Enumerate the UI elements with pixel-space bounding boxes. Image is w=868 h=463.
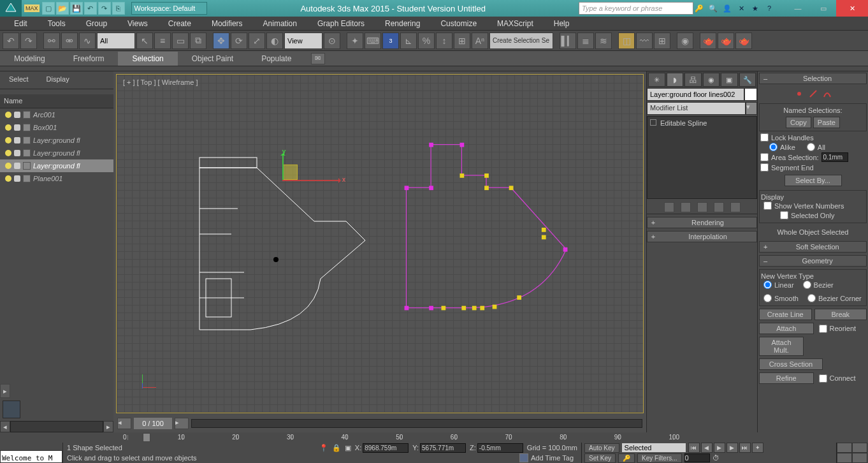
- segment-end-checkbox[interactable]: Segment End: [758, 163, 868, 172]
- y-coord-input[interactable]: [420, 443, 466, 453]
- lock-handles-checkbox[interactable]: Lock Handles: [758, 133, 868, 142]
- material-editor-btn[interactable]: ◉: [677, 33, 693, 49]
- orbit-icon[interactable]: [852, 443, 867, 453]
- signin-icon[interactable]: 👤: [721, 3, 733, 14]
- redo-icon[interactable]: ↷: [98, 2, 111, 15]
- left-tab-display[interactable]: Display: [38, 71, 78, 89]
- pin-stack-icon[interactable]: [664, 202, 674, 212]
- rollout-rendering[interactable]: +Rendering: [647, 217, 757, 228]
- menu-group[interactable]: Group: [76, 17, 117, 30]
- viewport-label[interactable]: [ + ] [ Top ] [ Wireframe ]: [123, 78, 198, 86]
- stack-item-label[interactable]: Editable Spline: [660, 119, 707, 127]
- placement-btn[interactable]: ◐: [266, 33, 283, 49]
- select-by-button[interactable]: Select By...: [785, 175, 842, 186]
- help-icon[interactable]: ?: [763, 3, 775, 14]
- favorite-icon[interactable]: ★: [749, 3, 761, 14]
- keyboard-shortcut-btn[interactable]: ⌨: [365, 33, 381, 49]
- tab-freeform[interactable]: Freeform: [59, 52, 119, 66]
- manipulate-btn[interactable]: ✦: [347, 33, 363, 49]
- attach-button[interactable]: Attach: [759, 323, 814, 334]
- spline-subobj-icon[interactable]: [823, 89, 832, 98]
- prev-frame-icon[interactable]: ◀: [701, 443, 712, 453]
- maxscript-listener[interactable]: Welcome to M: [0, 450, 62, 463]
- workspace-dropdown[interactable]: Workspace: Default: [131, 2, 208, 15]
- rollout-soft-selection[interactable]: +Soft Selection: [759, 241, 867, 253]
- menu-edit[interactable]: Edit: [4, 17, 38, 30]
- freeze-icon[interactable]: [14, 175, 20, 182]
- render-frame-btn[interactable]: 🫖: [718, 33, 734, 49]
- scroll-left-btn[interactable]: ◂: [0, 421, 10, 432]
- menu-rendering[interactable]: Rendering: [375, 17, 430, 30]
- graphite-btn[interactable]: ◫: [618, 33, 635, 49]
- menu-views[interactable]: Views: [117, 17, 158, 30]
- next-frame-icon[interactable]: ▶: [727, 443, 738, 453]
- remove-mod-icon[interactable]: [714, 202, 724, 212]
- zoom-icon[interactable]: [837, 453, 852, 463]
- freeze-icon[interactable]: [14, 137, 20, 143]
- angle-snap-btn[interactable]: ⊾: [400, 33, 417, 49]
- tab-modeling[interactable]: Modeling: [0, 52, 59, 66]
- menu-customize[interactable]: Customize: [430, 17, 487, 30]
- viewport-top[interactable]: [ + ] [ Top ] [ Wireframe ] yx: [113, 71, 646, 432]
- scene-item[interactable]: Layer:ground fl: [0, 147, 113, 159]
- menu-tools[interactable]: Tools: [38, 17, 76, 30]
- render-setup-btn[interactable]: 🫖: [700, 33, 716, 49]
- link-icon[interactable]: ⎘: [112, 2, 125, 15]
- pan-icon[interactable]: [837, 443, 852, 453]
- key-mode-icon[interactable]: ✦: [752, 443, 763, 453]
- expand-icon[interactable]: [650, 119, 656, 126]
- bind-btn[interactable]: ∿: [79, 33, 96, 49]
- rollout-geometry[interactable]: –Geometry: [759, 255, 867, 267]
- scene-list[interactable]: Arc001 Box001 Layer:ground fl Layer:grou…: [0, 108, 113, 384]
- axis-constraint-btn[interactable]: ⊞: [454, 33, 470, 49]
- motion-tab-icon[interactable]: ◉: [703, 73, 720, 87]
- x-coord-input[interactable]: [363, 443, 409, 453]
- infocenter-icon[interactable]: 🔑: [693, 3, 705, 14]
- display-tab-icon[interactable]: ▣: [721, 73, 738, 87]
- vertex-subobj-icon[interactable]: [795, 89, 804, 98]
- time-config-icon[interactable]: ⏱: [712, 454, 720, 462]
- menu-maxscript[interactable]: MAXScript: [487, 17, 544, 30]
- viewport-layout-icon[interactable]: [3, 401, 20, 418]
- align-btn[interactable]: ≣: [577, 33, 594, 49]
- scene-item[interactable]: Layer:ground fl: [0, 159, 113, 172]
- attach-mult-button[interactable]: Attach Mult.: [759, 337, 804, 356]
- named-selection-input[interactable]: Create Selection Se: [489, 33, 553, 49]
- play-icon[interactable]: ▶: [714, 443, 725, 453]
- editable-spline[interactable]: [397, 138, 575, 317]
- alike-radio[interactable]: Alike: [767, 142, 798, 152]
- scrollbar[interactable]: [10, 421, 103, 432]
- configure-sets-icon[interactable]: [730, 202, 741, 212]
- select-object-btn[interactable]: ↖: [136, 33, 153, 49]
- z-coord-input[interactable]: [477, 443, 523, 453]
- visibility-icon[interactable]: [5, 124, 11, 131]
- modifier-list-dropdown[interactable]: Modifier List: [647, 102, 746, 115]
- utilities-tab-icon[interactable]: 🔧: [739, 73, 756, 87]
- scroll-right-btn[interactable]: ▸: [103, 421, 113, 432]
- key-icon[interactable]: 🔑: [618, 453, 635, 463]
- segment-subobj-icon[interactable]: [809, 89, 818, 98]
- visibility-icon[interactable]: [5, 112, 11, 118]
- help-search-input[interactable]: Type a keyword or phrase: [579, 2, 693, 15]
- curve-editor-btn[interactable]: 〰: [636, 33, 653, 49]
- add-time-tag[interactable]: Add Time Tag: [516, 453, 577, 462]
- selected-only-checkbox[interactable]: Selected Only: [761, 210, 865, 220]
- undo-btn[interactable]: ↶: [3, 33, 19, 49]
- freeze-icon[interactable]: [14, 150, 20, 156]
- undo-icon[interactable]: ↶: [84, 2, 97, 15]
- area-selection-value[interactable]: [821, 152, 848, 162]
- current-frame-input[interactable]: [684, 453, 710, 462]
- maximize-button[interactable]: ▭: [811, 0, 836, 17]
- make-unique-icon[interactable]: [697, 202, 707, 212]
- visibility-icon[interactable]: [5, 150, 11, 156]
- connect-checkbox[interactable]: Connect: [816, 372, 867, 384]
- menu-create[interactable]: Create: [158, 17, 201, 30]
- dropdown-arrow-icon[interactable]: ▾: [746, 102, 757, 115]
- rect-select-btn[interactable]: ▭: [172, 33, 189, 49]
- track-right-btn[interactable]: ▸: [175, 418, 189, 429]
- ribbon-expand-icon[interactable]: ✉: [311, 53, 325, 64]
- app-logo[interactable]: [0, 0, 22, 17]
- schematic-btn[interactable]: ⊞: [654, 33, 670, 49]
- link-btn[interactable]: ⚯: [43, 33, 60, 49]
- unlink-btn[interactable]: ⚮: [61, 33, 78, 49]
